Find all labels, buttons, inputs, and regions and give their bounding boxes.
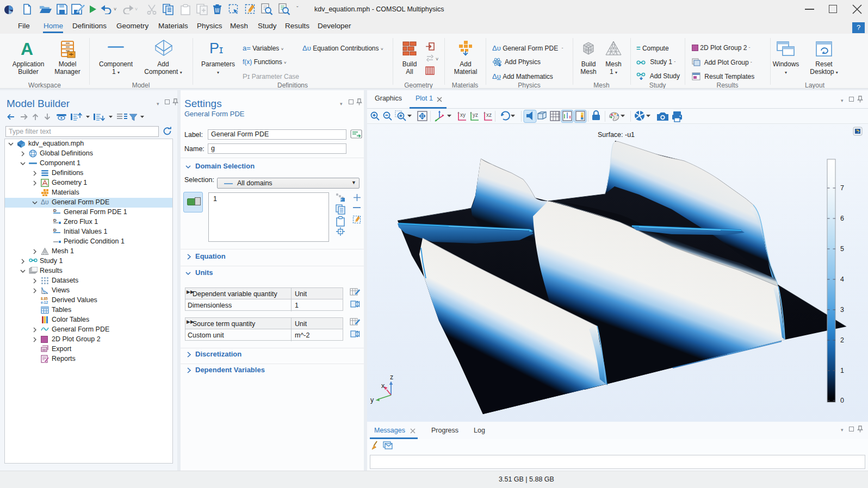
svg-text:6: 6 (840, 215, 844, 222)
svg-text:x: x (381, 382, 385, 390)
svg-text:y: y (370, 396, 374, 404)
svg-text:8.85: 8.85 (41, 297, 48, 301)
svg-text:e-12: e-12 (41, 301, 48, 304)
svg-text:7: 7 (840, 184, 844, 192)
svg-text:1: 1 (840, 367, 844, 374)
svg-text:xz: xz (486, 112, 492, 118)
svg-text:5: 5 (840, 245, 844, 253)
svg-text:3: 3 (840, 306, 844, 314)
svg-text:2: 2 (840, 336, 844, 344)
svg-text:D: D (53, 228, 57, 233)
svg-text:4: 4 (840, 276, 844, 283)
svg-text:z: z (390, 373, 393, 381)
svg-text:Surface: -u1: Surface: -u1 (598, 131, 635, 139)
svg-text:D: D (53, 208, 57, 213)
svg-text:yz: yz (473, 112, 478, 118)
svg-text:xy: xy (460, 112, 466, 118)
svg-text:0: 0 (840, 397, 844, 404)
svg-text:D: D (53, 218, 57, 223)
